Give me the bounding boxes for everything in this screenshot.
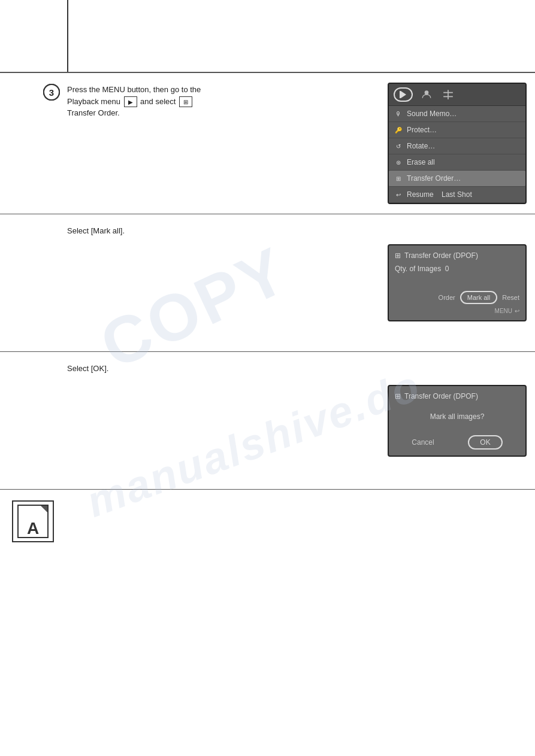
tab-playback[interactable] xyxy=(394,87,413,102)
camera-screen-3: ⊞ Transfer Order (DPOF) Mark all images?… xyxy=(388,385,527,457)
row-2-inner: 2 Select [Mark all]. ⊞ Transfer Order (D… xyxy=(0,214,535,351)
screen2-transfer-icon: ⊞ xyxy=(395,251,401,260)
ok-button[interactable]: OK xyxy=(468,435,502,450)
text-col-2: Select [Mark all]. xyxy=(67,214,379,351)
screen2-buttons: Order Mark all Reset xyxy=(395,291,519,304)
sound-memo-label: Sound Memo… xyxy=(407,110,457,118)
menu-item-sound-memo[interactable]: 🎙 Sound Memo… xyxy=(389,106,525,122)
back-arrow-icon: ↩ xyxy=(515,308,519,314)
note-icon-inner: A xyxy=(17,505,49,538)
erase-all-icon: ⊛ xyxy=(394,157,403,167)
text-col-1: Press the MENU button, then go to the Pl… xyxy=(67,73,379,214)
svg-rect-1 xyxy=(400,91,401,98)
screen3-title: ⊞ Transfer Order (DPOF) xyxy=(395,392,519,400)
protect-label: Protect… xyxy=(407,126,437,134)
step-bar-3: 3 xyxy=(0,352,67,489)
erase-all-label: Erase all xyxy=(407,158,435,166)
screen2-title: ⊞ Transfer Order (DPOF) xyxy=(395,251,519,260)
tab-settings[interactable] xyxy=(440,87,456,102)
screen-col-1: 🎙 Sound Memo… 🔑 Protect… ↺ Rotate… ⊛ Era… xyxy=(379,73,535,214)
menu-item-rotate[interactable]: ↺ Rotate… xyxy=(389,138,525,154)
main-content: 1 Press the MENU button, then go to the … xyxy=(0,72,535,553)
menu-tab-bar xyxy=(389,84,525,106)
reset-label[interactable]: Reset xyxy=(502,294,519,301)
screen2-bottom: MENU ↩ xyxy=(395,308,519,314)
note-row: A xyxy=(0,490,535,553)
camera-screen-1: 🎙 Sound Memo… 🔑 Protect… ↺ Rotate… ⊛ Era… xyxy=(388,83,527,204)
row1-text: Press the MENU button, then go to the Pl… xyxy=(67,84,370,119)
screen-col-2: ⊞ Transfer Order (DPOF) Qty. of Images 0… xyxy=(379,214,535,351)
note-letter: A xyxy=(27,520,39,537)
menu-item-erase-all[interactable]: ⊛ Erase all xyxy=(389,154,525,171)
screen2-qty: Qty. of Images 0 xyxy=(395,265,519,273)
row-3-inner: 3 Select [OK]. ⊞ Transfer Order (DPOF) M… xyxy=(0,352,535,489)
qty-label: Qty. of Images 0 xyxy=(395,265,449,273)
svg-point-2 xyxy=(425,90,429,95)
transfer-order-menu-icon: ⊞ xyxy=(394,174,403,183)
left-rule xyxy=(67,0,68,72)
order-label: Order xyxy=(439,294,455,301)
row-1-inner: 1 Press the MENU button, then go to the … xyxy=(0,73,535,214)
row3-text: Select [OK]. xyxy=(67,363,370,375)
step-number-3: 3 xyxy=(43,84,60,101)
row-2: 2 Select [Mark all]. ⊞ Transfer Order (D… xyxy=(0,214,535,352)
cancel-button[interactable]: Cancel xyxy=(412,438,434,447)
resume-label: Resume Last Shot xyxy=(407,190,472,199)
menu-item-resume[interactable]: ↩ Resume Last Shot xyxy=(389,187,525,203)
menu-item-transfer-order[interactable]: ⊞ Transfer Order… xyxy=(389,171,525,187)
protect-icon: 🔑 xyxy=(394,125,403,135)
screen3-transfer-icon: ⊞ xyxy=(395,392,401,400)
menu-label: MENU xyxy=(495,308,512,314)
note-icon-box: A xyxy=(12,500,54,542)
row-3: 3 Select [OK]. ⊞ Transfer Order (DPOF) M… xyxy=(0,352,535,490)
note-corner xyxy=(41,506,47,512)
step-bar-2: 2 xyxy=(0,214,67,351)
row2-text: Select [Mark all]. xyxy=(67,225,370,237)
camera-screen-2: ⊞ Transfer Order (DPOF) Qty. of Images 0… xyxy=(388,244,527,321)
screen-col-3: ⊞ Transfer Order (DPOF) Mark all images?… xyxy=(379,352,535,489)
sound-memo-icon: 🎙 xyxy=(394,109,403,119)
rotate-icon: ↺ xyxy=(394,141,403,151)
menu-item-protect[interactable]: 🔑 Protect… xyxy=(389,122,525,138)
resume-icon: ↩ xyxy=(394,190,403,199)
screen3-title-label: Transfer Order (DPOF) xyxy=(404,392,478,400)
svg-marker-0 xyxy=(401,91,406,98)
screen3-buttons: Cancel OK xyxy=(395,435,519,450)
transfer-order-icon: ⊞ xyxy=(179,96,192,107)
tab-profile[interactable] xyxy=(419,87,434,102)
transfer-order-label: Transfer Order… xyxy=(407,174,461,183)
row-1: 1 Press the MENU button, then go to the … xyxy=(0,73,535,214)
mark-all-button[interactable]: Mark all xyxy=(460,291,498,304)
screen2-title-label: Transfer Order (DPOF) xyxy=(404,251,478,260)
text-col-3: Select [OK]. xyxy=(67,352,379,489)
rotate-label: Rotate… xyxy=(407,142,435,150)
playback-menu-icon: ▶ xyxy=(124,96,137,107)
screen3-message: Mark all images? xyxy=(395,412,519,421)
